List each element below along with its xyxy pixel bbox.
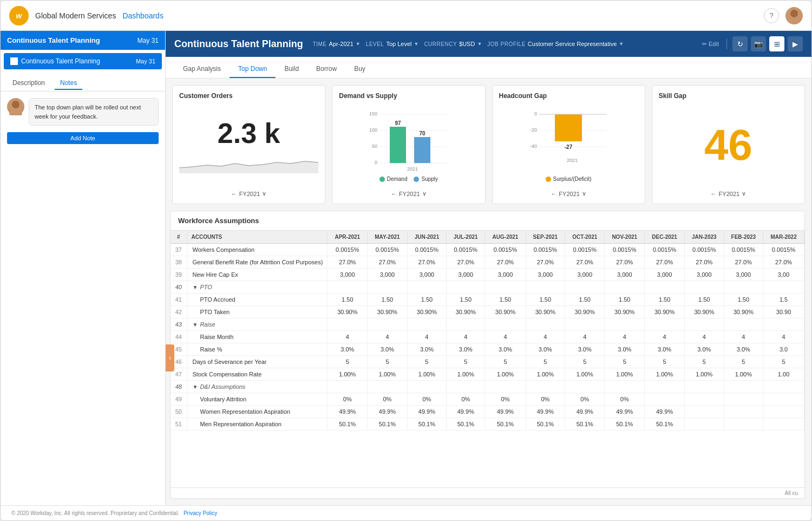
row-value: 0.0015% [526, 244, 565, 256]
col-nov2021: NOV-2021 [605, 231, 645, 244]
row-value: 1.5 [763, 294, 804, 306]
dashboards-link[interactable]: Dashboards [122, 11, 163, 20]
svg-text:150: 150 [369, 111, 377, 116]
row-value: 30.90% [605, 306, 645, 318]
table-row: 43▼Raise [171, 318, 804, 331]
film-icon[interactable]: ▶ [788, 36, 803, 51]
demand-vs-supply-body: 150 100 50 0 97 [339, 104, 478, 186]
row-value: 5 [368, 356, 407, 368]
row-value: 49.9% [605, 406, 645, 418]
row-num: 43 [171, 318, 187, 331]
sidebar-header-date: May 31 [137, 37, 159, 44]
row-value: 1.00 [763, 368, 804, 381]
row-value: 1.00% [645, 368, 685, 381]
row-value [724, 393, 763, 406]
row-value: 50.1% [645, 418, 685, 431]
row-value: 3.0% [605, 343, 645, 356]
refresh-icon[interactable]: ↻ [732, 36, 748, 51]
sidebar-item-date: May 31 [136, 58, 155, 64]
tab-description[interactable]: Description [7, 77, 50, 90]
row-value: 49.9% [526, 406, 565, 418]
headcount-gap-legend: Surplus/(Deficit) [546, 176, 592, 182]
table-row: 42PTO Taken30.90%30.90%30.90%30.90%30.90… [171, 306, 804, 318]
svg-point-0 [790, 10, 798, 17]
row-value: 0% [328, 393, 368, 406]
edit-button[interactable]: ✏ Edit [700, 40, 721, 49]
help-icon[interactable]: ? [764, 8, 779, 23]
filter-job-profile[interactable]: JOB PROFILE Customer Service Representat… [487, 41, 624, 47]
row-value: 30.90% [724, 306, 763, 318]
tab-build[interactable]: Build [276, 61, 307, 78]
row-value [645, 381, 685, 393]
row-value: 1.50 [605, 294, 645, 306]
row-value [605, 281, 645, 294]
sidebar-active-item[interactable]: Continuous Talent Planning May 31 [4, 53, 162, 69]
grid-icon[interactable]: ⊞ [769, 36, 784, 51]
page-footer: © 2020 Workday, Inc. All rights reserved… [1, 505, 811, 520]
user-avatar[interactable] [785, 7, 803, 24]
row-value: 50.1% [565, 418, 605, 431]
row-value: 3,000 [645, 269, 685, 281]
company-name: Global Modern Services [35, 11, 116, 20]
demand-supply-chart: 150 100 50 0 97 [365, 108, 452, 173]
tab-borrow[interactable]: Borrow [307, 61, 345, 78]
row-value: 30.90% [368, 306, 407, 318]
filter-time[interactable]: TIME Apr-2021 ▼ [313, 41, 361, 47]
row-value [685, 418, 724, 431]
row-value [724, 381, 763, 393]
collapse-toggle[interactable]: ‹ [166, 344, 174, 372]
row-value: 0.0015% [485, 244, 526, 256]
tab-gap-analysis[interactable]: Gap Analysis [174, 61, 230, 78]
filter-currency[interactable]: CURRENCY $USD ▼ [424, 41, 482, 47]
sidebar-header: Continuous Talent Planning May 31 [1, 31, 165, 50]
note-bubble: The top down plan will be rolled out nex… [29, 98, 159, 126]
table-wrapper[interactable]: # ACCOUNTS APR-2021 MAY-2021 JUN-2021 JU… [171, 231, 804, 487]
row-value: 0% [447, 393, 485, 406]
privacy-policy-link[interactable]: Privacy Policy [184, 510, 217, 516]
skill-gap-value: 46 [704, 120, 752, 170]
col-feb2023: FEB-2023 [724, 231, 763, 244]
table-body: 37Workers Compensation0.0015%0.0015%0.00… [171, 244, 804, 431]
row-value: 4 [685, 331, 724, 343]
row-account: New Hire Cap Ex [187, 269, 328, 281]
row-value: 1.50 [724, 294, 763, 306]
main-content: Continuous Talent Planning TIME Apr-2021… [166, 31, 811, 505]
camera-icon[interactable]: 📷 [751, 36, 766, 51]
filter-level[interactable]: LEVEL Top Level ▼ [366, 41, 419, 47]
row-value: 1.50 [526, 294, 565, 306]
row-value: 1.00% [407, 368, 447, 381]
tab-buy[interactable]: Buy [345, 61, 374, 78]
svg-marker-4 [179, 161, 318, 173]
row-value: 4 [565, 331, 605, 343]
row-value: 1.50 [485, 294, 526, 306]
tab-notes[interactable]: Notes [55, 77, 82, 90]
row-value: 5 [685, 356, 724, 368]
row-value: 0% [368, 393, 407, 406]
sidebar-item-checkbox[interactable] [10, 57, 18, 65]
table-row: 49Voluntary Attrition0%0%0%0%0%0%0%0% [171, 393, 804, 406]
row-account: General Benefit Rate (for Attrition Cost… [187, 256, 328, 269]
svg-text:100: 100 [369, 127, 377, 133]
row-account: Days of Severance per Year [187, 356, 328, 368]
row-value: 1.50 [328, 294, 368, 306]
row-value: 27.0% [565, 256, 605, 269]
row-value [368, 318, 407, 331]
tab-top-down[interactable]: Top Down [230, 61, 276, 78]
row-value: 3.0% [724, 343, 763, 356]
row-value: 27.0% [645, 256, 685, 269]
add-note-button[interactable]: Add Note [7, 132, 159, 144]
row-value [565, 318, 605, 331]
svg-text:70: 70 [419, 131, 425, 136]
row-value: 30.90% [447, 306, 485, 318]
workday-logo: w [9, 6, 29, 25]
svg-text:97: 97 [395, 120, 401, 126]
row-value: 50.1% [526, 418, 565, 431]
table-row: 50Women Representation Aspiration49.9%49… [171, 406, 804, 418]
col-jan2023: JAN-2023 [685, 231, 724, 244]
row-value: 50.1% [447, 418, 485, 431]
demand-vs-supply-footer: ← FY2021 ∨ [339, 190, 478, 197]
row-value: 27.0% [447, 256, 485, 269]
table-row: 48▼D&I Assumptions [171, 381, 804, 393]
row-value: 3.0 [763, 343, 804, 356]
row-value [447, 281, 485, 294]
